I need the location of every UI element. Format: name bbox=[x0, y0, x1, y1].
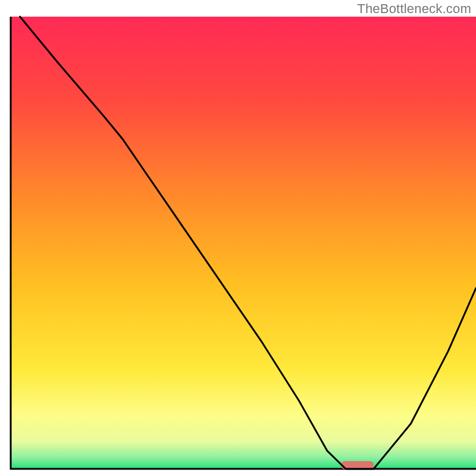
chart-svg bbox=[0, 0, 476, 476]
plot-background bbox=[11, 17, 476, 469]
chart-container: TheBottleneck.com bbox=[0, 0, 476, 476]
watermark-label: TheBottleneck.com bbox=[357, 1, 471, 17]
